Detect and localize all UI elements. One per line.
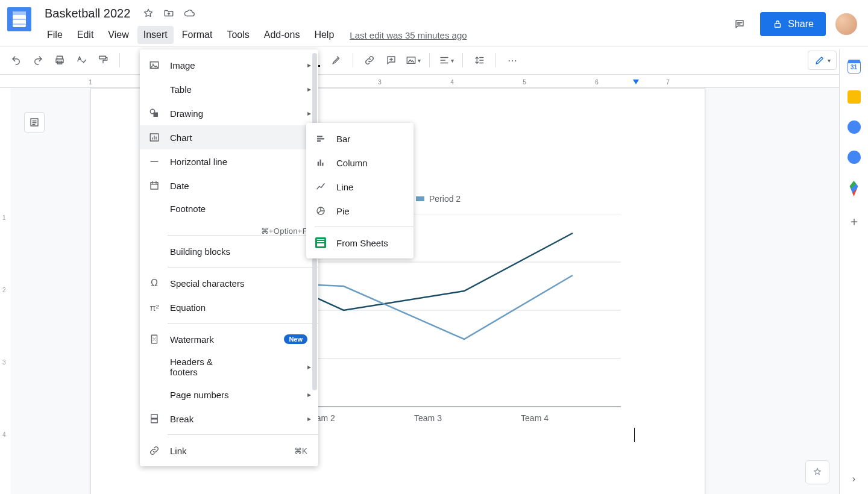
- menu-edit[interactable]: Edit: [71, 26, 100, 44]
- sheets-icon: [315, 237, 327, 249]
- break-icon: [148, 413, 160, 425]
- undo-button[interactable]: [7, 51, 25, 69]
- insert-link[interactable]: Link⌘K: [140, 439, 318, 463]
- docs-icon[interactable]: [7, 7, 31, 31]
- text-cursor: [634, 428, 635, 442]
- svg-rect-18: [151, 183, 158, 189]
- explore-button[interactable]: [805, 460, 829, 484]
- ruler-mark: 5: [523, 79, 526, 86]
- menu-insert[interactable]: Insert: [137, 26, 174, 44]
- document-outline-button[interactable]: [24, 112, 45, 133]
- editing-mode-button[interactable]: ▾: [808, 51, 837, 70]
- highlight-button[interactable]: [327, 51, 345, 69]
- collapse-panel-icon[interactable]: ›: [852, 474, 855, 484]
- insert-date[interactable]: Date: [140, 174, 318, 198]
- svg-rect-16: [154, 113, 159, 117]
- link-icon: [148, 445, 160, 457]
- svg-rect-20: [151, 414, 158, 418]
- align-button[interactable]: ▾: [437, 51, 455, 69]
- svg-rect-26: [320, 160, 321, 166]
- new-badge: New: [284, 334, 307, 344]
- insert-drawing[interactable]: Drawing: [140, 101, 318, 125]
- image-icon: [148, 59, 160, 71]
- menu-tools[interactable]: Tools: [221, 26, 255, 44]
- chart-pie[interactable]: Pie: [306, 199, 414, 223]
- horizontal-ruler[interactable]: 1 3 4 5 6 7: [0, 78, 839, 88]
- ruler-mark: 3: [378, 79, 382, 86]
- svg-rect-22: [317, 136, 322, 137]
- svg-rect-4: [99, 56, 106, 59]
- vertical-ruler[interactable]: 1 2 3 4: [0, 82, 11, 494]
- keep-icon[interactable]: [848, 90, 861, 104]
- chart-legend: Period 2: [416, 194, 461, 204]
- ruler-mark: 7: [666, 79, 670, 86]
- bar-chart-icon: [315, 133, 327, 145]
- paint-format-button[interactable]: [94, 51, 112, 69]
- insert-headers-footers[interactable]: Headers & footers: [140, 351, 318, 383]
- pi-icon: π²: [148, 301, 160, 313]
- watermark-icon: [148, 333, 160, 345]
- date-icon: [148, 180, 160, 192]
- ruler-mark: 4: [450, 79, 454, 86]
- insert-horizontal-line[interactable]: Horizontal line: [140, 149, 318, 174]
- title-bar: Basketball 2022 File Edit View Insert Fo…: [0, 0, 868, 46]
- insert-image-button[interactable]: ▾: [404, 51, 422, 69]
- menu-file[interactable]: File: [41, 26, 69, 44]
- move-icon[interactable]: [163, 7, 175, 19]
- ruler-mark: 1: [89, 79, 92, 86]
- cloud-status-icon[interactable]: [183, 7, 195, 19]
- insert-equation[interactable]: π²Equation: [140, 295, 318, 319]
- legend-label: Period 2: [429, 194, 461, 204]
- insert-comment-button[interactable]: [382, 51, 400, 69]
- add-on-plus-icon[interactable]: ＋: [848, 213, 860, 230]
- calendar-icon[interactable]: 31: [848, 60, 861, 73]
- contacts-icon[interactable]: [848, 151, 861, 164]
- svg-rect-24: [317, 140, 321, 142]
- insert-table[interactable]: Table: [140, 77, 318, 101]
- document-title[interactable]: Basketball 2022: [41, 5, 134, 22]
- document-canvas[interactable]: 1 3 4 5 6 7 1 2 3 4 Period 2 Team 2: [0, 78, 839, 494]
- insert-special-characters[interactable]: ΩSpecial characters: [140, 271, 318, 295]
- insert-building-blocks[interactable]: Building blocks: [140, 239, 318, 263]
- spellcheck-button[interactable]: [72, 51, 90, 69]
- insert-footnote[interactable]: Footnote⌘+Option+F: [140, 198, 318, 231]
- star-icon[interactable]: [142, 7, 154, 19]
- right-indent-marker[interactable]: [633, 80, 639, 84]
- chart-bar[interactable]: Bar: [306, 127, 414, 151]
- redo-button[interactable]: [29, 51, 47, 69]
- account-avatar[interactable]: [835, 13, 857, 35]
- line-spacing-button[interactable]: [470, 51, 488, 69]
- share-label: Share: [788, 19, 814, 30]
- insert-watermark[interactable]: WatermarkNew: [140, 327, 318, 351]
- svg-rect-0: [775, 23, 781, 27]
- insert-page-numbers[interactable]: Page numbers: [140, 383, 318, 407]
- insert-image[interactable]: Image: [140, 53, 318, 77]
- chart-icon: [148, 131, 160, 143]
- insert-chart[interactable]: Chart: [140, 125, 318, 149]
- legend-swatch-icon: [416, 196, 424, 201]
- menu-format[interactable]: Format: [176, 26, 219, 44]
- ruler-mark: 6: [595, 79, 599, 86]
- svg-point-14: [153, 63, 154, 64]
- toolbar: ▾ − + B I U A ▾ ▾ ⋯ ▾: [0, 46, 868, 75]
- omega-icon: Ω: [148, 277, 160, 289]
- chart-column[interactable]: Column: [306, 151, 414, 175]
- more-tools-button[interactable]: ⋯: [503, 51, 521, 69]
- insert-break[interactable]: Break: [140, 407, 318, 431]
- svg-rect-27: [322, 163, 323, 166]
- print-button[interactable]: [51, 51, 69, 69]
- last-edit-link[interactable]: Last edit was 35 minutes ago: [350, 30, 467, 40]
- chart-from-sheets[interactable]: From Sheets: [306, 231, 414, 255]
- tasks-icon[interactable]: [848, 120, 861, 134]
- menu-addons[interactable]: Add-ons: [258, 26, 306, 44]
- maps-icon[interactable]: [848, 181, 860, 196]
- insert-link-button[interactable]: [360, 51, 379, 69]
- comments-icon[interactable]: [729, 13, 750, 35]
- drawing-icon: [148, 107, 160, 119]
- line-chart-icon: [315, 181, 327, 193]
- menu-help[interactable]: Help: [308, 26, 340, 44]
- pie-chart-icon: [315, 205, 327, 217]
- menu-view[interactable]: View: [102, 26, 134, 44]
- chart-line[interactable]: Line: [306, 175, 414, 199]
- share-button[interactable]: Share: [760, 12, 826, 36]
